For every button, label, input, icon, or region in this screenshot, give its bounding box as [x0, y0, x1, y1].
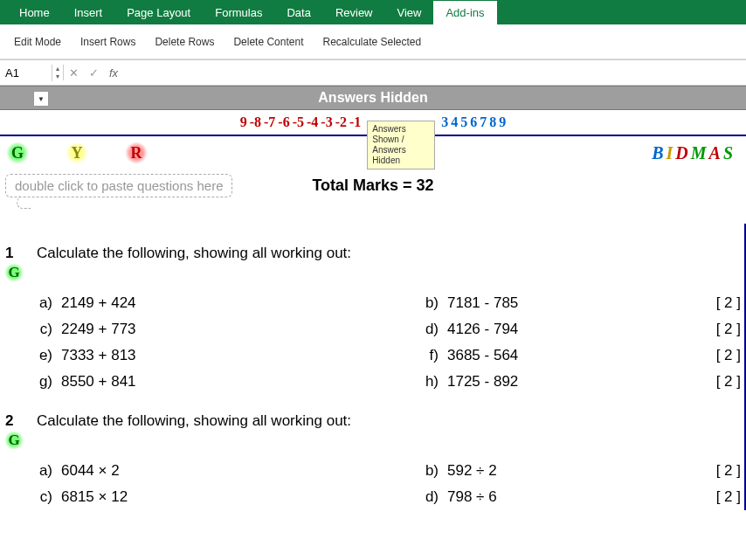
question-part-row: a)2149 + 424b)7181 - 785[ 2 ] — [5, 290, 741, 316]
numline-pos[interactable]: 5 — [460, 114, 467, 130]
part-expression: 798 ÷ 6 — [447, 488, 497, 506]
part-expression: 1725 - 892 — [447, 373, 518, 391]
number-line: 9 -8 -7 -6 -5 -4 -3 -2 -1 Answers Shown … — [0, 110, 746, 136]
numline-pos[interactable]: 9 — [499, 114, 506, 130]
addin-edit-mode[interactable]: Edit Mode — [7, 32, 68, 52]
r-badge[interactable]: R — [124, 142, 149, 163]
numline-neg[interactable]: -7 — [264, 114, 275, 130]
addin-insert-rows[interactable]: Insert Rows — [73, 32, 142, 52]
question-header: 1Calculate the following, showing all wo… — [5, 245, 741, 262]
part-expression: 7181 - 785 — [447, 294, 518, 312]
marks: [ 2 ] — [716, 321, 741, 338]
numline-neg[interactable]: 9 — [240, 114, 247, 130]
ribbon-tab-view[interactable]: View — [385, 1, 434, 24]
ribbon-tab-add-ins[interactable]: Add-ins — [433, 1, 496, 24]
paste-hint-box[interactable]: double click to paste questions here — [5, 174, 232, 197]
total-marks: Total Marks = 32 — [312, 176, 433, 195]
question-number: 1 — [5, 245, 21, 262]
ribbon-tab-insert[interactable]: Insert — [62, 1, 115, 24]
marks: [ 2 ] — [716, 294, 741, 312]
numline-neg[interactable]: -6 — [278, 114, 289, 130]
fx-label[interactable]: fx — [104, 66, 123, 80]
marks: [ 2 ] — [716, 347, 741, 364]
ribbon-tab-review[interactable]: Review — [323, 1, 385, 24]
part-label: b) — [416, 462, 447, 480]
marks: [ 2 ] — [716, 462, 741, 480]
question-text: Calculate the following, showing all wor… — [37, 412, 351, 430]
worksheet: ▼ Answers Hidden 9 -8 -7 -6 -5 -4 -3 -2 … — [0, 86, 746, 510]
question-number: 2 — [5, 412, 21, 430]
ribbon-tabs: HomeInsertPage LayoutFormulasDataReviewV… — [0, 0, 746, 24]
question-part-row: a)6044 × 2b)592 ÷ 2[ 2 ] — [5, 458, 741, 484]
dropdown-icon[interactable]: ▼ — [33, 91, 49, 107]
part-expression: 7333 + 813 — [61, 347, 136, 364]
ribbon-tab-data[interactable]: Data — [274, 1, 322, 24]
part-label: f) — [416, 347, 447, 364]
part-label: c) — [30, 321, 61, 338]
question-part-row: g)8550 + 841h)1725 - 892[ 2 ] — [5, 369, 741, 395]
part-expression: 8550 + 841 — [61, 373, 136, 391]
numline-pos[interactable]: 6 — [470, 114, 477, 130]
formula-bar: ▴▾ ✕ ✓ fx — [0, 59, 746, 86]
numline-neg[interactable]: -3 — [321, 114, 332, 130]
numline-neg[interactable]: -2 — [335, 114, 347, 130]
numline-pos[interactable]: 8 — [489, 114, 496, 130]
marks: [ 2 ] — [716, 373, 741, 391]
part-label: e) — [30, 347, 61, 364]
numline-pos[interactable]: 7 — [480, 114, 487, 130]
ribbon-tab-home[interactable]: Home — [7, 1, 62, 24]
marks: [ 2 ] — [716, 488, 741, 506]
answers-header: ▼ Answers Hidden — [0, 86, 746, 110]
part-label: h) — [416, 373, 447, 391]
numline-pos[interactable]: 3 — [441, 114, 448, 130]
questions-area: 1Calculate the following, showing all wo… — [0, 201, 746, 510]
part-label: g) — [30, 373, 61, 391]
ribbon-tab-page-layout[interactable]: Page Layout — [114, 1, 203, 24]
addin-delete-rows[interactable]: Delete Rows — [148, 32, 221, 52]
y-badge[interactable]: Y — [65, 142, 89, 163]
part-expression: 592 ÷ 2 — [447, 462, 497, 480]
g-badge[interactable]: G — [5, 142, 30, 163]
paste-row: double click to paste questions here Tot… — [0, 169, 746, 201]
question-text: Calculate the following, showing all wor… — [37, 245, 351, 262]
part-expression: 6815 × 12 — [61, 488, 128, 506]
part-label: a) — [30, 462, 61, 480]
part-expression: 6044 × 2 — [61, 462, 120, 480]
part-label: b) — [416, 294, 447, 312]
bidmas-logo: BIDMAS — [652, 143, 736, 163]
question-header: 2Calculate the following, showing all wo… — [5, 412, 741, 430]
answers-title: Answers Hidden — [318, 90, 427, 106]
question-part-row: e)7333 + 813f)3685 - 564[ 2 ] — [5, 342, 741, 369]
part-expression: 2149 + 424 — [61, 294, 136, 312]
addin-delete-content[interactable]: Delete Content — [226, 32, 310, 52]
numline-neg[interactable]: -4 — [307, 114, 318, 130]
cell-ref-stepper[interactable]: ▴▾ — [52, 65, 64, 80]
numline-neg[interactable]: -1 — [349, 114, 361, 130]
difficulty-badge[interactable]: G — [3, 264, 24, 281]
question-part-row: c)2249 + 773d)4126 - 794[ 2 ] — [5, 316, 741, 342]
cell-reference-input[interactable] — [0, 65, 52, 81]
part-label: d) — [416, 488, 447, 506]
cancel-icon[interactable]: ✕ — [64, 66, 84, 80]
question-part-row: c)6815 × 12d)798 ÷ 6[ 2 ] — [5, 484, 741, 510]
part-expression: 2249 + 773 — [61, 321, 136, 338]
addin-toolbar: Edit ModeInsert RowsDelete RowsDelete Co… — [0, 24, 746, 59]
ribbon-tab-formulas[interactable]: Formulas — [203, 1, 274, 24]
part-expression: 4126 - 794 — [447, 321, 518, 338]
numline-neg[interactable]: -8 — [250, 114, 261, 130]
part-label: c) — [30, 488, 61, 506]
addin-recalculate-selected[interactable]: Recalculate Selected — [315, 32, 428, 52]
accept-icon[interactable]: ✓ — [84, 66, 104, 80]
answers-tooltip: Answers Shown / Answers Hidden — [367, 121, 435, 169]
part-label: d) — [416, 321, 447, 338]
difficulty-badge[interactable]: G — [3, 432, 24, 449]
part-label: a) — [30, 294, 61, 312]
numline-neg[interactable]: -5 — [293, 114, 304, 130]
part-expression: 3685 - 564 — [447, 347, 518, 364]
numline-pos[interactable]: 4 — [451, 114, 458, 130]
